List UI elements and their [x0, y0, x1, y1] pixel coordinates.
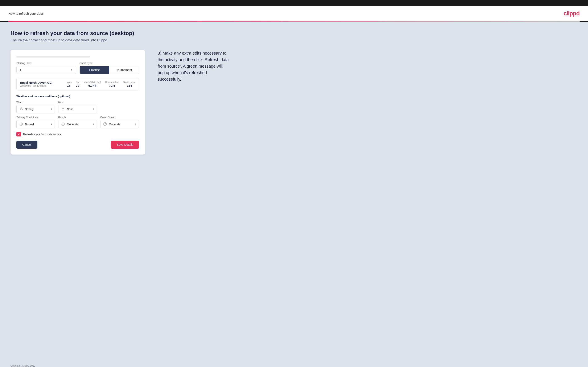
- wind-field: Wind Strong ▼: [16, 101, 55, 113]
- card-top-strip: [16, 56, 90, 58]
- header-title: How to refresh your data: [9, 12, 43, 15]
- green-speed-value: Moderate: [109, 123, 121, 126]
- empty-field: [100, 101, 139, 113]
- slope-rating-stat: Slope rating 134: [123, 81, 136, 87]
- holes-stat: Holes 18: [66, 81, 72, 87]
- practice-button[interactable]: Practice: [80, 66, 109, 74]
- fairway-field: Fairway Conditions Normal ▼: [16, 116, 55, 128]
- fairway-icon-area: Normal: [19, 122, 49, 126]
- green-speed-chevron-icon: ▼: [134, 123, 137, 125]
- slope-rating-label: Slope rating: [123, 81, 136, 83]
- page-subheading: Ensure the correct and most up to date d…: [10, 38, 578, 42]
- buttons-row: Cancel Save Details: [16, 141, 139, 149]
- fairway-label: Fairway Conditions: [16, 116, 55, 119]
- rough-icon-area: Moderate: [61, 122, 90, 126]
- yards-stat: Yards/White (M)) 6,744: [84, 81, 101, 87]
- starting-game-row: Starting Hole 1 ▼ Game Type Practice Tou…: [16, 62, 139, 78]
- course-rating-stat: Course rating 72.5: [105, 81, 119, 87]
- wind-icon-area: Strong: [19, 107, 49, 111]
- rain-label: Rain: [58, 101, 97, 104]
- header: How to refresh your data clippd: [0, 6, 588, 21]
- green-speed-select[interactable]: Moderate ▼: [100, 120, 139, 128]
- starting-hole-select[interactable]: 1 ▼: [16, 66, 76, 74]
- conditions-section-label: Weather and course conditions (optional): [16, 95, 139, 98]
- rain-icon: [61, 107, 65, 111]
- rain-select[interactable]: None ▼: [58, 105, 97, 113]
- rain-icon-area: None: [61, 107, 90, 111]
- green-speed-icon-area: Moderate: [103, 122, 132, 126]
- refresh-checkbox[interactable]: ✓: [16, 132, 21, 136]
- copyright-text: Copyright Clippd 2022: [10, 364, 35, 367]
- content-row: Starting Hole 1 ▼ Game Type Practice Tou…: [10, 50, 578, 155]
- starting-hole-value: 1: [19, 68, 21, 72]
- svg-point-0: [63, 108, 64, 109]
- footer: Copyright Clippd 2022: [0, 361, 588, 367]
- wind-rain-row: Wind Strong ▼ Rain: [16, 101, 139, 113]
- course-name: Royal North Devon GC,: [20, 81, 62, 84]
- holes-label: Holes: [66, 81, 72, 83]
- wind-chevron-icon: ▼: [50, 108, 52, 110]
- form-card: Starting Hole 1 ▼ Game Type Practice Tou…: [10, 50, 145, 155]
- fairway-chevron-icon: ▼: [50, 123, 52, 125]
- instruction-text: 3) Make any extra edits necessary to the…: [158, 50, 229, 83]
- rough-select[interactable]: Moderate ▼: [58, 120, 97, 128]
- green-speed-field: Green Speed Moderate ▼: [100, 116, 139, 128]
- rough-chevron-icon: ▼: [92, 123, 95, 125]
- wind-icon: [19, 107, 23, 111]
- starting-hole-field: Starting Hole 1 ▼: [16, 62, 76, 78]
- yards-value: 6,744: [84, 84, 101, 87]
- green-speed-label: Green Speed: [100, 116, 139, 119]
- course-info-row: Royal North Devon GC, Westward Ho!, Engl…: [16, 78, 139, 91]
- refresh-checkbox-row: ✓ Refresh shots from data source: [16, 132, 139, 136]
- rough-field: Rough Moderate ▼: [58, 116, 97, 128]
- svg-point-2: [62, 123, 65, 125]
- course-rating-value: 72.5: [105, 84, 119, 87]
- game-type-label: Game Type: [79, 62, 139, 65]
- starting-hole-label: Starting Hole: [16, 62, 76, 65]
- par-value: 72: [76, 84, 79, 87]
- game-type-toggle: Practice Tournament: [79, 66, 139, 74]
- checkmark-icon: ✓: [17, 133, 20, 136]
- fairway-select[interactable]: Normal ▼: [16, 120, 55, 128]
- holes-value: 18: [66, 84, 72, 87]
- wind-label: Wind: [16, 101, 55, 104]
- main-content: How to refresh your data from source (de…: [0, 22, 588, 361]
- par-label: Par: [76, 81, 79, 83]
- yards-label: Yards/White (M)): [84, 81, 101, 83]
- tournament-button[interactable]: Tournament: [109, 66, 139, 74]
- rain-value: None: [67, 108, 73, 111]
- fairway-value: Normal: [25, 123, 34, 126]
- par-stat: Par 72: [76, 81, 79, 87]
- rough-value: Moderate: [67, 123, 78, 126]
- rough-icon: [61, 122, 65, 126]
- course-name-area: Royal North Devon GC, Westward Ho!, Engl…: [20, 81, 62, 87]
- rain-field: Rain None ▼: [58, 101, 97, 113]
- top-bar: [0, 0, 588, 6]
- rough-label: Rough: [58, 116, 97, 119]
- game-type-field: Game Type Practice Tournament: [79, 62, 139, 78]
- wind-select[interactable]: Strong ▼: [16, 105, 55, 113]
- save-details-button[interactable]: Save Details: [111, 141, 139, 149]
- starting-hole-chevron-icon: ▼: [70, 68, 73, 71]
- wind-value: Strong: [25, 108, 33, 111]
- cancel-button[interactable]: Cancel: [16, 141, 37, 149]
- refresh-label: Refresh shots from data source: [23, 133, 61, 136]
- fairway-icon: [19, 122, 23, 126]
- rain-chevron-icon: ▼: [92, 108, 95, 110]
- course-location: Westward Ho!, England: [20, 84, 62, 87]
- logo: clippd: [564, 10, 579, 17]
- course-rating-label: Course rating: [105, 81, 119, 83]
- green-speed-icon: [103, 122, 107, 126]
- fairway-rough-green-row: Fairway Conditions Normal ▼ Rough: [16, 116, 139, 128]
- page-heading: How to refresh your data from source (de…: [10, 30, 578, 37]
- slope-rating-value: 134: [123, 84, 136, 87]
